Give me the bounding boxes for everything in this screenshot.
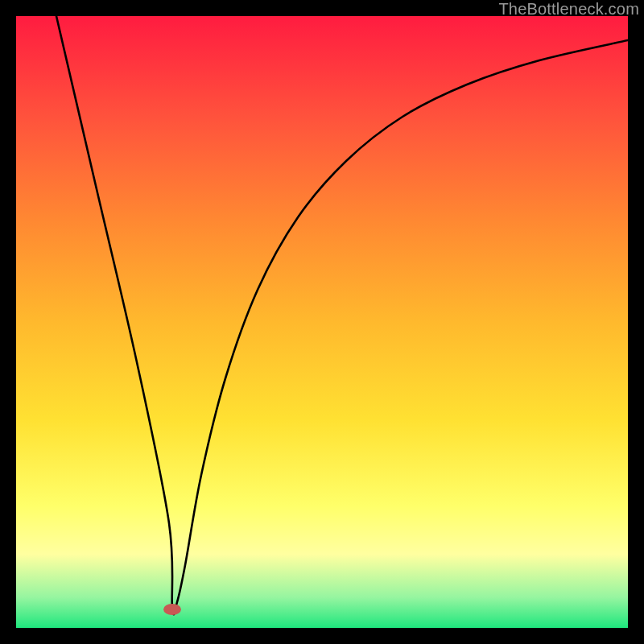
curve-svg bbox=[16, 16, 628, 628]
attribution-label: TheBottleneck.com bbox=[498, 0, 639, 19]
chart-frame: TheBottleneck.com bbox=[0, 0, 644, 644]
plot-area bbox=[16, 16, 628, 628]
minimum-marker bbox=[163, 604, 181, 615]
bottleneck-curve bbox=[56, 16, 628, 614]
